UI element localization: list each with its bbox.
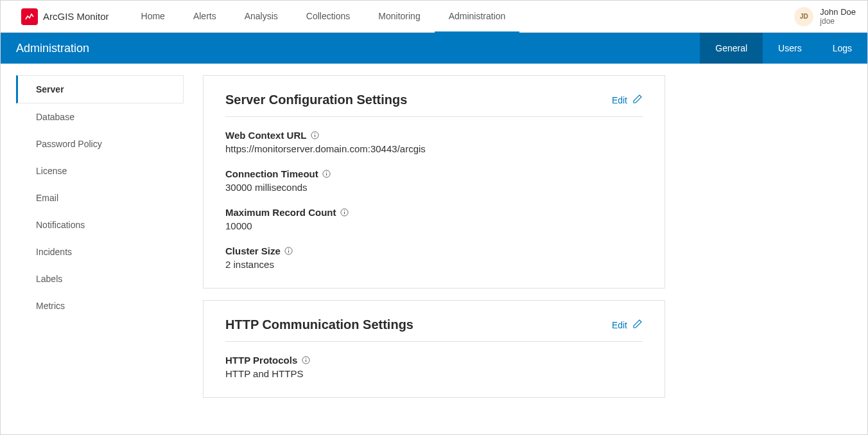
sidebar-item-metrics[interactable]: Metrics bbox=[16, 292, 184, 319]
top-nav: ArcGIS Monitor Home Alerts Analysis Coll… bbox=[1, 1, 867, 33]
nav-tabs: Home Alerts Analysis Collections Monitor… bbox=[127, 1, 520, 33]
info-icon[interactable] bbox=[322, 170, 331, 179]
svg-point-2 bbox=[315, 133, 315, 134]
pencil-icon bbox=[632, 319, 643, 331]
field-value: HTTP and HTTPS bbox=[225, 368, 643, 379]
pencil-icon bbox=[632, 94, 643, 106]
sidebar-item-email[interactable]: Email bbox=[16, 184, 184, 211]
sidebar-item-label: Email bbox=[36, 193, 58, 203]
sidebar-item-labels[interactable]: Labels bbox=[16, 265, 184, 292]
user-area[interactable]: JD John Doe jdoe bbox=[794, 7, 856, 26]
panel-title: HTTP Communication Settings bbox=[225, 317, 413, 332]
nav-tab-collections[interactable]: Collections bbox=[292, 1, 364, 33]
user-text: John Doe jdoe bbox=[820, 7, 856, 26]
sidebar-item-incidents[interactable]: Incidents bbox=[16, 238, 184, 265]
sub-header-tabs: General Users Logs bbox=[700, 33, 867, 64]
nav-tab-monitoring[interactable]: Monitoring bbox=[364, 1, 434, 33]
sidebar-item-server[interactable]: Server bbox=[16, 75, 184, 103]
sidebar-item-label: Metrics bbox=[36, 301, 65, 311]
field-label: HTTP Protocols bbox=[225, 355, 643, 366]
edit-button[interactable]: Edit bbox=[612, 94, 643, 106]
avatar: JD bbox=[794, 7, 813, 26]
sidebar-item-label: Database bbox=[36, 112, 74, 122]
sidebar-item-database[interactable]: Database bbox=[16, 103, 184, 130]
sub-tab-logs[interactable]: Logs bbox=[817, 33, 867, 64]
sub-tab-general[interactable]: General bbox=[700, 33, 763, 64]
field-web-context-url: Web Context URL https://monitorserver.do… bbox=[225, 130, 643, 154]
panel-header: Server Configuration Settings Edit bbox=[225, 93, 643, 117]
field-value: https://monitorserver.domain.com:30443/a… bbox=[225, 143, 643, 154]
nav-tab-analysis[interactable]: Analysis bbox=[230, 1, 292, 33]
sidebar-item-label: Password Policy bbox=[36, 139, 102, 149]
panel-header: HTTP Communication Settings Edit bbox=[225, 317, 643, 342]
sub-header-title: Administration bbox=[16, 42, 89, 55]
sidebar: Server Database Password Policy License … bbox=[1, 64, 184, 434]
sidebar-item-license[interactable]: License bbox=[16, 157, 184, 184]
field-max-record-count: Maximum Record Count 10000 bbox=[225, 207, 643, 231]
info-icon[interactable] bbox=[284, 247, 293, 256]
sidebar-item-label: Server bbox=[36, 84, 64, 94]
field-value: 30000 milliseconds bbox=[225, 182, 643, 193]
nav-tab-alerts[interactable]: Alerts bbox=[179, 1, 230, 33]
field-http-protocols: HTTP Protocols HTTP and HTTPS bbox=[225, 355, 643, 379]
brand-logo-icon bbox=[21, 8, 38, 25]
panel-title: Server Configuration Settings bbox=[225, 93, 407, 107]
sidebar-item-notifications[interactable]: Notifications bbox=[16, 211, 184, 238]
user-name: John Doe bbox=[820, 7, 856, 17]
sub-header: Administration General Users Logs bbox=[1, 33, 867, 64]
field-label: Connection Timeout bbox=[225, 168, 643, 179]
field-cluster-size: Cluster Size 2 instances bbox=[225, 245, 643, 270]
sidebar-item-label: License bbox=[36, 166, 67, 176]
info-icon[interactable] bbox=[301, 356, 310, 365]
field-label: Maximum Record Count bbox=[225, 207, 643, 218]
main: Server Configuration Settings Edit Web C… bbox=[184, 64, 684, 434]
field-value: 10000 bbox=[225, 220, 643, 231]
sidebar-item-label: Labels bbox=[36, 274, 62, 284]
field-label: Web Context URL bbox=[225, 130, 643, 141]
panel-server-config: Server Configuration Settings Edit Web C… bbox=[203, 75, 665, 289]
nav-tab-administration[interactable]: Administration bbox=[435, 1, 520, 33]
panel-http-communication: HTTP Communication Settings Edit HTTP Pr… bbox=[203, 300, 665, 398]
user-login: jdoe bbox=[820, 17, 856, 26]
svg-point-5 bbox=[326, 172, 327, 172]
svg-point-8 bbox=[344, 210, 345, 211]
sidebar-item-label: Incidents bbox=[36, 247, 72, 257]
sidebar-item-password-policy[interactable]: Password Policy bbox=[16, 130, 184, 157]
brand-name: ArcGIS Monitor bbox=[43, 11, 109, 22]
field-value: 2 instances bbox=[225, 259, 643, 270]
svg-point-11 bbox=[288, 249, 289, 249]
field-label: Cluster Size bbox=[225, 245, 643, 256]
svg-point-14 bbox=[306, 358, 306, 359]
nav-tab-home[interactable]: Home bbox=[127, 1, 179, 33]
content: Server Database Password Policy License … bbox=[1, 64, 867, 434]
info-icon[interactable] bbox=[310, 131, 319, 140]
sidebar-item-label: Notifications bbox=[36, 220, 85, 230]
edit-button[interactable]: Edit bbox=[612, 319, 643, 331]
brand[interactable]: ArcGIS Monitor bbox=[21, 8, 109, 25]
field-connection-timeout: Connection Timeout 30000 milliseconds bbox=[225, 168, 643, 193]
info-icon[interactable] bbox=[340, 208, 349, 217]
sub-tab-users[interactable]: Users bbox=[763, 33, 817, 64]
